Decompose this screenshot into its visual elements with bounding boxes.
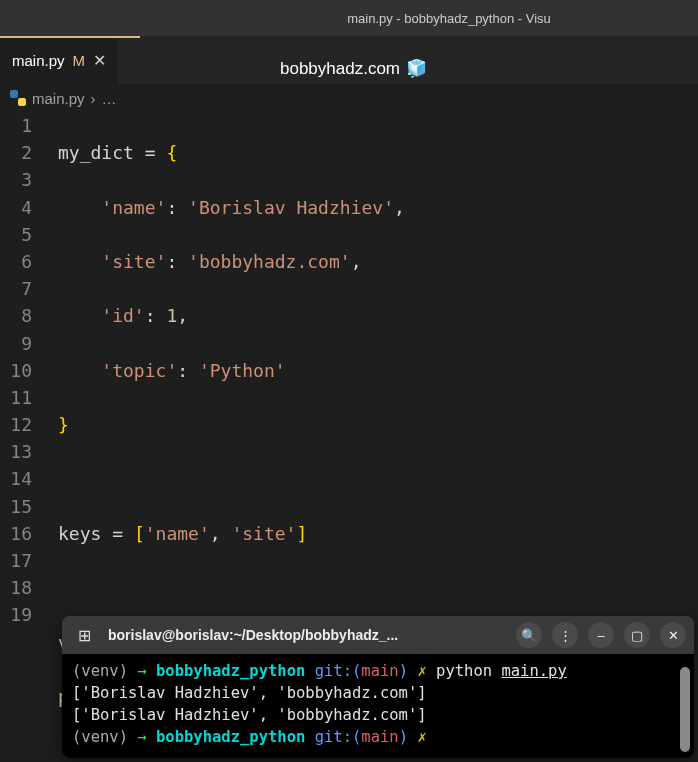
tab-close-icon[interactable]: ✕ xyxy=(93,51,106,70)
line-number: 2 xyxy=(0,139,32,166)
code-line: my_dict = { xyxy=(58,139,611,166)
terminal-close-icon[interactable]: ✕ xyxy=(660,622,686,648)
breadcrumb-filename: main.py xyxy=(32,90,85,107)
terminal-output: ['Borislav Hadzhiev', 'bobbyhadz.com'] xyxy=(72,704,684,726)
code-line xyxy=(58,574,611,601)
line-number: 7 xyxy=(0,275,32,302)
line-number-gutter: 1 2 3 4 5 6 7 8 9 10 11 12 13 14 15 16 1… xyxy=(0,112,40,762)
watermark: bobbyhadz.com 🧊 xyxy=(280,58,427,79)
line-number: 16 xyxy=(0,520,32,547)
terminal-menu-icon[interactable]: ⋮ xyxy=(552,622,578,648)
line-number: 1 xyxy=(0,112,32,139)
tab-active-indicator xyxy=(0,36,140,38)
line-number: 10 xyxy=(0,357,32,384)
tab-filename: main.py xyxy=(12,52,65,69)
line-number: 11 xyxy=(0,384,32,411)
breadcrumb-rest: … xyxy=(102,90,117,107)
code-line: 'topic': 'Python' xyxy=(58,357,611,384)
code-line: 'id': 1, xyxy=(58,302,611,329)
terminal-output: ['Borislav Hadzhiev', 'bobbyhadz.com'] xyxy=(72,682,684,704)
breadcrumb-separator: › xyxy=(91,90,96,107)
terminal-new-tab-icon[interactable]: ⊞ xyxy=(70,621,98,649)
terminal-window: ⊞ borislav@borislav:~/Desktop/bobbyhadz_… xyxy=(62,616,694,758)
line-number: 3 xyxy=(0,166,32,193)
terminal-line: (venv) → bobbyhadz_python git:(main) ✗ p… xyxy=(72,660,684,682)
title-bar: main.py - bobbyhadz_python - Visu xyxy=(0,0,698,36)
line-number: 4 xyxy=(0,194,32,221)
line-number: 17 xyxy=(0,547,32,574)
watermark-text: bobbyhadz.com xyxy=(280,59,400,79)
terminal-minimize-icon[interactable]: – xyxy=(588,622,614,648)
code-line xyxy=(58,466,611,493)
tab-modified-indicator: M xyxy=(73,52,86,69)
line-number: 6 xyxy=(0,248,32,275)
terminal-maximize-icon[interactable]: ▢ xyxy=(624,622,650,648)
breadcrumb[interactable]: main.py › … xyxy=(0,84,698,112)
line-number: 8 xyxy=(0,302,32,329)
line-number: 14 xyxy=(0,465,32,492)
python-file-icon xyxy=(10,90,26,106)
terminal-search-icon[interactable]: 🔍 xyxy=(516,622,542,648)
editor-tab[interactable]: main.py M ✕ xyxy=(0,36,118,84)
line-number: 19 xyxy=(0,601,32,628)
terminal-line: (venv) → bobbyhadz_python git:(main) ✗ xyxy=(72,726,684,748)
terminal-scrollbar[interactable] xyxy=(680,667,690,752)
code-line: keys = ['name', 'site'] xyxy=(58,520,611,547)
line-number: 12 xyxy=(0,411,32,438)
code-line: 'name': 'Borislav Hadzhiev', xyxy=(58,194,611,221)
line-number: 5 xyxy=(0,221,32,248)
terminal-body[interactable]: (venv) → bobbyhadz_python git:(main) ✗ p… xyxy=(62,654,694,758)
code-line: 'site': 'bobbyhadz.com', xyxy=(58,248,611,275)
line-number: 9 xyxy=(0,330,32,357)
line-number: 18 xyxy=(0,574,32,601)
terminal-title: borislav@borislav:~/Desktop/bobbyhadz_..… xyxy=(108,627,506,643)
window-title: main.py - bobbyhadz_python - Visu xyxy=(347,11,551,26)
line-number: 13 xyxy=(0,438,32,465)
watermark-emoji: 🧊 xyxy=(406,58,427,79)
code-line: } xyxy=(58,411,611,438)
terminal-header[interactable]: ⊞ borislav@borislav:~/Desktop/bobbyhadz_… xyxy=(62,616,694,654)
line-number: 15 xyxy=(0,493,32,520)
